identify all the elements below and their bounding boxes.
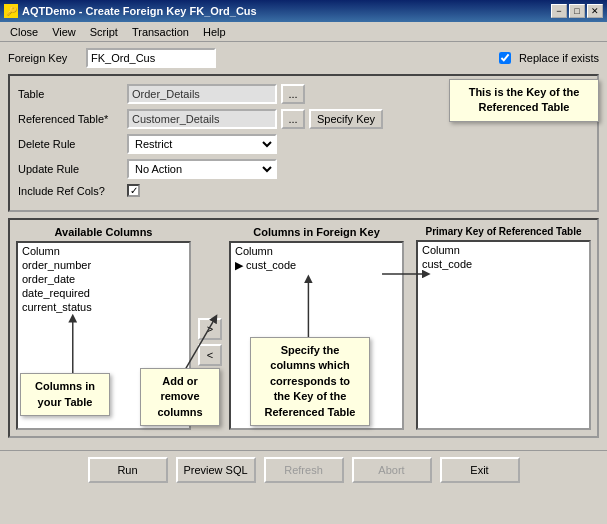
remove-column-button[interactable]: <	[198, 344, 222, 366]
refresh-button[interactable]: Refresh	[264, 457, 344, 483]
foreign-key-input[interactable]	[86, 48, 216, 68]
foreign-key-label: Foreign Key	[8, 52, 78, 64]
form-panel: Table ... Referenced Table* ... Specify …	[8, 74, 599, 212]
preview-sql-button[interactable]: Preview SQL	[176, 457, 256, 483]
referenced-key-tooltip: This is the Key of theReferenced Table	[449, 79, 599, 122]
update-rule-label: Update Rule	[18, 163, 123, 175]
columns-tooltip-text: Columns inyour Table	[35, 380, 95, 407]
update-rule-select[interactable]: No Action Restrict Cascade Set Null	[127, 159, 277, 179]
referenced-table-input[interactable]	[127, 109, 277, 129]
list-item[interactable]: cust_code	[232, 258, 401, 273]
list-item[interactable]: cust_code	[419, 257, 588, 271]
primary-key-columns-list: Column cust_code	[416, 240, 591, 430]
include-ref-row: Include Ref Cols? ✓	[18, 184, 589, 197]
window-body: Foreign Key Replace if exists Table ... …	[0, 42, 607, 450]
menu-bar: Close View Script Transaction Help	[0, 22, 607, 42]
list-item[interactable]: Column	[232, 244, 401, 258]
foreign-key-columns-header: Columns in Foreign Key	[229, 226, 404, 238]
exit-button[interactable]: Exit	[440, 457, 520, 483]
specify-tooltip-text: Specify thecolumns whichcorresponds toth…	[265, 344, 356, 418]
maximize-button[interactable]: □	[569, 4, 585, 18]
list-item[interactable]: current_status	[19, 300, 188, 314]
table-label: Table	[18, 88, 123, 100]
bottom-bar: Run Preview SQL Refresh Abort Exit	[0, 450, 607, 489]
add-column-button[interactable]: >	[198, 318, 222, 340]
replace-checkbox[interactable]	[499, 52, 511, 64]
columns-section: Available Columns Column order_number or…	[8, 218, 599, 438]
primary-key-columns-panel: Primary Key of Referenced Table Column c…	[416, 226, 591, 430]
menu-close[interactable]: Close	[4, 25, 44, 39]
menu-script[interactable]: Script	[84, 25, 124, 39]
add-remove-tooltip-text: Add orremovecolumns	[157, 375, 202, 418]
list-item[interactable]: Column	[419, 243, 588, 257]
table-browse-button[interactable]: ...	[281, 84, 305, 104]
menu-view[interactable]: View	[46, 25, 82, 39]
columns-tooltip: Columns inyour Table	[20, 373, 110, 416]
referenced-table-row: Referenced Table* ... Specify Key This i…	[18, 109, 589, 129]
add-remove-tooltip: Add orremovecolumns	[140, 368, 220, 426]
replace-label: Replace if exists	[519, 52, 599, 64]
title-bar: 🔑 AQTDemo - Create Foreign Key FK_Ord_Cu…	[0, 0, 607, 22]
list-item[interactable]: order_date	[19, 272, 188, 286]
list-item[interactable]: date_required	[19, 286, 188, 300]
primary-key-columns-header: Primary Key of Referenced Table	[416, 226, 591, 237]
referenced-browse-button[interactable]: ...	[281, 109, 305, 129]
run-button[interactable]: Run	[88, 457, 168, 483]
delete-rule-label: Delete Rule	[18, 138, 123, 150]
abort-button[interactable]: Abort	[352, 457, 432, 483]
specify-tooltip: Specify thecolumns whichcorresponds toth…	[250, 337, 370, 426]
window: 🔑 AQTDemo - Create Foreign Key FK_Ord_Cu…	[0, 0, 607, 489]
list-item[interactable]: Column	[19, 244, 188, 258]
include-ref-checkbox[interactable]: ✓	[127, 184, 140, 197]
menu-transaction[interactable]: Transaction	[126, 25, 195, 39]
delete-rule-select[interactable]: Restrict Cascade Set Null No Action	[127, 134, 277, 154]
list-item[interactable]: order_number	[19, 258, 188, 272]
minimize-button[interactable]: −	[551, 4, 567, 18]
foreign-key-row: Foreign Key Replace if exists	[8, 48, 599, 68]
referenced-table-label: Referenced Table*	[18, 113, 123, 125]
specify-key-button[interactable]: Specify Key	[309, 109, 383, 129]
available-columns-header: Available Columns	[16, 226, 191, 238]
menu-help[interactable]: Help	[197, 25, 232, 39]
close-button[interactable]: ✕	[587, 4, 603, 18]
delete-rule-row: Delete Rule Restrict Cascade Set Null No…	[18, 134, 589, 154]
referenced-key-tooltip-text: This is the Key of theReferenced Table	[469, 86, 580, 113]
update-rule-row: Update Rule No Action Restrict Cascade S…	[18, 159, 589, 179]
table-input[interactable]	[127, 84, 277, 104]
include-ref-label: Include Ref Cols?	[18, 185, 123, 197]
app-icon: 🔑	[4, 4, 18, 18]
window-title: AQTDemo - Create Foreign Key FK_Ord_Cus	[22, 5, 257, 17]
